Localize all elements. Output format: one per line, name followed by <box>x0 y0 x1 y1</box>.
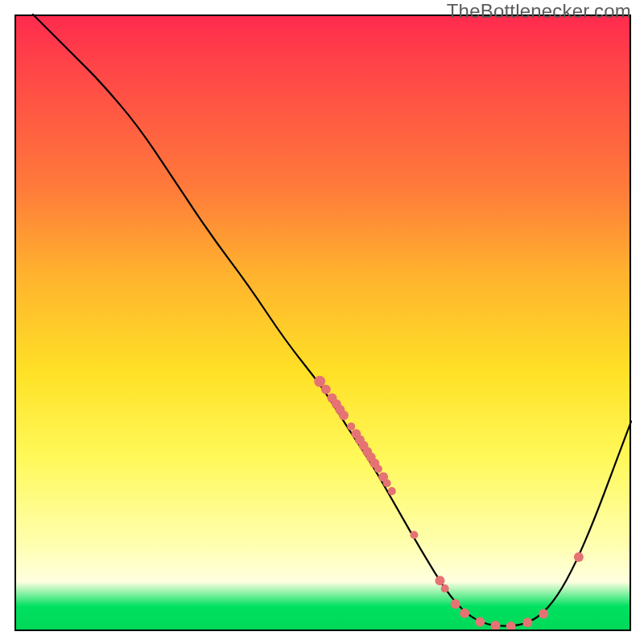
watermark-text: TheBottlenecker.com <box>447 0 631 23</box>
plot-gradient-background <box>14 14 631 631</box>
chart-container: TheBottlenecker.com <box>0 0 644 644</box>
